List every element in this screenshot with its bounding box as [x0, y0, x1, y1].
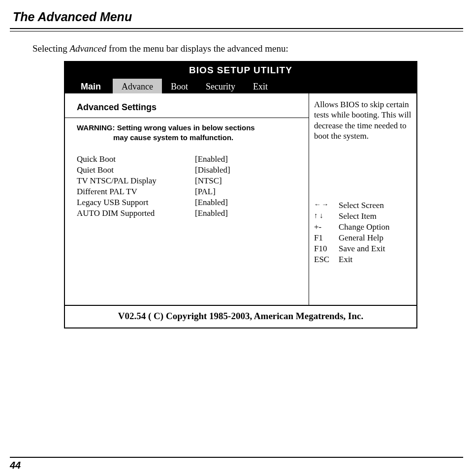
page-number: 44	[10, 460, 463, 471]
plus-minus-icon: +-	[314, 222, 339, 233]
setting-label: Quick Boot	[77, 154, 195, 165]
arrows-left-right-icon: ← →	[314, 200, 339, 211]
key-sym: F1	[314, 233, 339, 243]
intro-post: from the menu bar displays the advanced …	[106, 43, 288, 54]
tab-security[interactable]: Security	[197, 79, 244, 93]
key-desc: Change Option	[339, 222, 389, 233]
setting-auto-dim[interactable]: AUTO DIM Supported [Enabled]	[77, 208, 304, 219]
setting-value: [Enabled]	[195, 208, 228, 219]
setting-value: [Disabled]	[195, 165, 230, 176]
setting-value: [NTSC]	[195, 176, 222, 186]
setting-different-pal-tv[interactable]: Different PAL TV [PAL]	[77, 186, 304, 197]
bios-body: Advanced Settings WARNING: Setting wrong…	[65, 93, 416, 305]
intro-em: Advanced	[69, 43, 106, 54]
bios-left-pane: Advanced Settings WARNING: Setting wrong…	[65, 93, 309, 305]
divider	[65, 118, 309, 118]
bios-right-pane: Allows BIOS to skip certain tests while …	[309, 93, 416, 305]
setting-value: [Enabled]	[195, 154, 228, 165]
key-legend: ← → Select Screen ↑ ↓ Select Item +- Cha…	[314, 200, 411, 266]
settings-list: Quick Boot [Enabled] Quiet Boot [Disable…	[77, 154, 304, 219]
bios-title: BIOS SETUP UTILITY	[65, 62, 416, 79]
page-footer: 44	[10, 457, 463, 471]
key-sym: ESC	[314, 254, 339, 265]
intro-text: Selecting Advanced from the menu bar dis…	[10, 43, 463, 54]
bios-tabs: Main Advance Boot Security Exit	[65, 79, 416, 93]
setting-value: [PAL]	[195, 186, 216, 197]
warning-line-2: may cause system to malfunction.	[77, 133, 304, 143]
setting-quick-boot[interactable]: Quick Boot [Enabled]	[77, 154, 304, 165]
setting-label: AUTO DIM Supported	[77, 208, 195, 219]
key-general-help: F1 General Help	[314, 233, 411, 243]
bios-screenshot: BIOS SETUP UTILITY Main Advance Boot Sec…	[64, 61, 417, 328]
key-desc: Save and Exit	[339, 243, 385, 254]
key-select-item: ↑ ↓ Select Item	[314, 211, 411, 222]
divider	[10, 31, 463, 31]
divider	[10, 28, 463, 29]
warning-text: WARNING: Setting wrong values in below s…	[77, 123, 304, 143]
key-desc: Exit	[339, 254, 352, 265]
help-text: Allows BIOS to skip certain tests while …	[314, 99, 411, 141]
tab-exit[interactable]: Exit	[244, 79, 277, 93]
section-title: The Advanced Menu	[10, 10, 463, 27]
bios-footer-copyright: V02.54 ( C) Copyright 1985-2003, America…	[65, 305, 416, 327]
tab-main[interactable]: Main	[65, 79, 113, 93]
tab-advance[interactable]: Advance	[113, 79, 162, 93]
setting-tv-ntsc-pal[interactable]: TV NTSC/PAL Display [NTSC]	[77, 176, 304, 186]
key-desc: Select Item	[339, 211, 377, 222]
key-select-screen: ← → Select Screen	[314, 200, 411, 211]
setting-label: TV NTSC/PAL Display	[77, 176, 195, 186]
setting-legacy-usb[interactable]: Legacy USB Support [Enabled]	[77, 197, 304, 208]
warning-line-1: WARNING: Setting wrong values in below s…	[77, 123, 255, 132]
intro-pre: Selecting	[32, 43, 69, 54]
key-save-exit: F10 Save and Exit	[314, 243, 411, 254]
setting-label: Legacy USB Support	[77, 197, 195, 208]
setting-quiet-boot[interactable]: Quiet Boot [Disabled]	[77, 165, 304, 176]
tab-boot[interactable]: Boot	[162, 79, 197, 93]
key-desc: General Help	[339, 233, 383, 243]
setting-label: Different PAL TV	[77, 186, 195, 197]
key-desc: Select Screen	[339, 200, 384, 211]
key-exit: ESC Exit	[314, 254, 411, 265]
key-change-option: +- Change Option	[314, 222, 411, 233]
key-sym: F10	[314, 243, 339, 254]
setting-label: Quiet Boot	[77, 165, 195, 176]
advanced-settings-heading: Advanced Settings	[77, 102, 304, 113]
arrows-up-down-icon: ↑ ↓	[314, 211, 339, 222]
divider	[10, 457, 463, 458]
setting-value: [Enabled]	[195, 197, 228, 208]
